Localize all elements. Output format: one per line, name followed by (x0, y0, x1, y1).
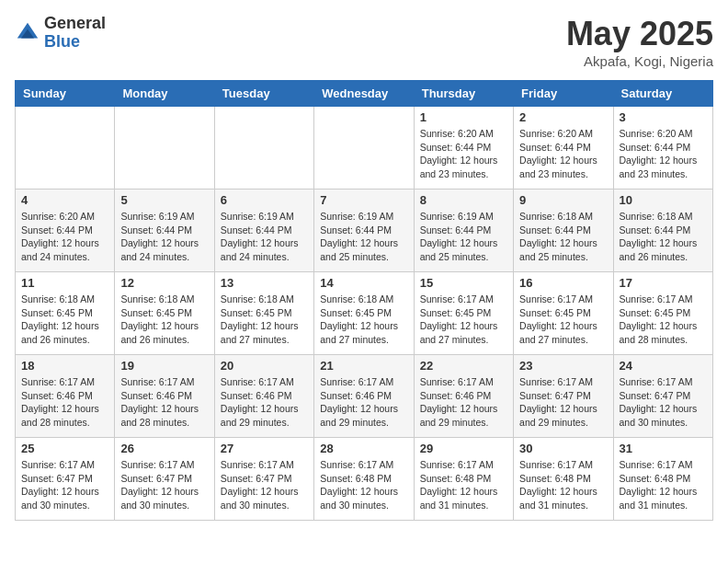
calendar-cell (16, 107, 115, 190)
calendar-cell: 27Sunrise: 6:17 AM Sunset: 6:47 PM Dayli… (214, 438, 313, 521)
day-info: Sunrise: 6:17 AM Sunset: 6:45 PM Dayligh… (519, 293, 607, 347)
calendar-cell: 5Sunrise: 6:19 AM Sunset: 6:44 PM Daylig… (115, 190, 214, 272)
day-number: 18 (21, 359, 108, 373)
calendar-cell: 22Sunrise: 6:17 AM Sunset: 6:46 PM Dayli… (414, 355, 513, 438)
day-info: Sunrise: 6:20 AM Sunset: 6:44 PM Dayligh… (519, 127, 607, 181)
calendar-week-3: 11Sunrise: 6:18 AM Sunset: 6:45 PM Dayli… (16, 272, 713, 355)
calendar-cell: 28Sunrise: 6:17 AM Sunset: 6:48 PM Dayli… (314, 438, 414, 521)
calendar-cell: 20Sunrise: 6:17 AM Sunset: 6:46 PM Dayli… (214, 355, 313, 438)
day-number: 13 (221, 276, 308, 290)
calendar-cell: 30Sunrise: 6:17 AM Sunset: 6:48 PM Dayli… (514, 438, 613, 521)
calendar-cell: 13Sunrise: 6:18 AM Sunset: 6:45 PM Dayli… (214, 272, 313, 355)
logo-icon (15, 20, 40, 46)
calendar-cell: 16Sunrise: 6:17 AM Sunset: 6:45 PM Dayli… (514, 272, 613, 355)
day-number: 27 (221, 442, 308, 455)
header-day-sunday: Sunday (16, 81, 115, 107)
calendar-week-2: 4Sunrise: 6:20 AM Sunset: 6:44 PM Daylig… (16, 190, 713, 272)
calendar-cell: 4Sunrise: 6:20 AM Sunset: 6:44 PM Daylig… (16, 190, 115, 272)
day-number: 8 (420, 193, 507, 207)
day-number: 5 (120, 193, 208, 207)
calendar-cell: 19Sunrise: 6:17 AM Sunset: 6:46 PM Dayli… (115, 355, 214, 438)
day-info: Sunrise: 6:18 AM Sunset: 6:45 PM Dayligh… (21, 293, 108, 347)
day-number: 1 (420, 110, 507, 124)
day-number: 16 (519, 276, 607, 290)
header-day-thursday: Thursday (414, 81, 513, 107)
calendar-week-4: 18Sunrise: 6:17 AM Sunset: 6:46 PM Dayli… (16, 355, 713, 438)
day-number: 11 (21, 276, 108, 290)
title-block: May 2025 Akpafa, Kogi, Nigeria (566, 15, 713, 69)
calendar-cell: 3Sunrise: 6:20 AM Sunset: 6:44 PM Daylig… (613, 107, 712, 190)
day-info: Sunrise: 6:18 AM Sunset: 6:45 PM Dayligh… (221, 293, 308, 347)
day-number: 25 (21, 442, 108, 455)
day-number: 23 (519, 359, 607, 373)
day-info: Sunrise: 6:17 AM Sunset: 6:46 PM Dayligh… (221, 375, 308, 430)
day-number: 6 (221, 193, 308, 207)
day-info: Sunrise: 6:19 AM Sunset: 6:44 PM Dayligh… (221, 210, 308, 264)
calendar-cell (214, 107, 313, 190)
calendar-cell: 25Sunrise: 6:17 AM Sunset: 6:47 PM Dayli… (16, 438, 115, 521)
day-number: 29 (420, 442, 507, 455)
day-info: Sunrise: 6:19 AM Sunset: 6:44 PM Dayligh… (420, 210, 507, 264)
day-number: 15 (420, 276, 507, 290)
calendar-cell (314, 107, 414, 190)
day-info: Sunrise: 6:18 AM Sunset: 6:44 PM Dayligh… (620, 210, 707, 264)
calendar-cell: 23Sunrise: 6:17 AM Sunset: 6:47 PM Dayli… (514, 355, 613, 438)
day-info: Sunrise: 6:18 AM Sunset: 6:45 PM Dayligh… (320, 293, 407, 347)
calendar-cell: 24Sunrise: 6:17 AM Sunset: 6:47 PM Dayli… (613, 355, 712, 438)
header-day-monday: Monday (115, 81, 214, 107)
calendar-table: SundayMondayTuesdayWednesdayThursdayFrid… (15, 80, 713, 521)
calendar-cell: 6Sunrise: 6:19 AM Sunset: 6:44 PM Daylig… (214, 190, 313, 272)
day-number: 9 (519, 193, 607, 207)
day-info: Sunrise: 6:20 AM Sunset: 6:44 PM Dayligh… (620, 127, 707, 181)
logo-text: General Blue (44, 15, 106, 52)
day-info: Sunrise: 6:20 AM Sunset: 6:44 PM Dayligh… (21, 210, 108, 264)
day-info: Sunrise: 6:18 AM Sunset: 6:45 PM Dayligh… (120, 293, 208, 347)
calendar-location: Akpafa, Kogi, Nigeria (566, 53, 713, 69)
logo: General Blue (15, 15, 106, 52)
day-number: 26 (120, 442, 208, 455)
calendar-cell: 31Sunrise: 6:17 AM Sunset: 6:48 PM Dayli… (613, 438, 712, 521)
day-info: Sunrise: 6:17 AM Sunset: 6:46 PM Dayligh… (420, 375, 507, 430)
day-number: 17 (620, 276, 707, 290)
day-info: Sunrise: 6:17 AM Sunset: 6:48 PM Dayligh… (320, 458, 407, 512)
calendar-cell: 14Sunrise: 6:18 AM Sunset: 6:45 PM Dayli… (314, 272, 414, 355)
day-info: Sunrise: 6:19 AM Sunset: 6:44 PM Dayligh… (120, 210, 208, 264)
day-number: 22 (420, 359, 507, 373)
day-number: 30 (519, 442, 607, 455)
calendar-cell: 8Sunrise: 6:19 AM Sunset: 6:44 PM Daylig… (414, 190, 513, 272)
day-info: Sunrise: 6:17 AM Sunset: 6:47 PM Dayligh… (21, 458, 108, 512)
calendar-cell: 1Sunrise: 6:20 AM Sunset: 6:44 PM Daylig… (414, 107, 513, 190)
calendar-title: May 2025 (566, 15, 713, 53)
day-info: Sunrise: 6:17 AM Sunset: 6:46 PM Dayligh… (21, 375, 108, 430)
day-info: Sunrise: 6:17 AM Sunset: 6:48 PM Dayligh… (420, 458, 507, 512)
calendar-cell: 2Sunrise: 6:20 AM Sunset: 6:44 PM Daylig… (514, 107, 613, 190)
calendar-week-5: 25Sunrise: 6:17 AM Sunset: 6:47 PM Dayli… (16, 438, 713, 521)
day-number: 24 (620, 359, 707, 373)
day-number: 20 (221, 359, 308, 373)
calendar-cell: 7Sunrise: 6:19 AM Sunset: 6:44 PM Daylig… (314, 190, 414, 272)
day-info: Sunrise: 6:17 AM Sunset: 6:48 PM Dayligh… (519, 458, 607, 512)
header-row: SundayMondayTuesdayWednesdayThursdayFrid… (16, 81, 713, 107)
day-info: Sunrise: 6:17 AM Sunset: 6:47 PM Dayligh… (120, 458, 208, 512)
page-header: General Blue May 2025 Akpafa, Kogi, Nige… (15, 15, 713, 69)
calendar-cell: 15Sunrise: 6:17 AM Sunset: 6:45 PM Dayli… (414, 272, 513, 355)
day-info: Sunrise: 6:17 AM Sunset: 6:47 PM Dayligh… (519, 375, 607, 430)
calendar-cell: 9Sunrise: 6:18 AM Sunset: 6:44 PM Daylig… (514, 190, 613, 272)
header-day-wednesday: Wednesday (314, 81, 414, 107)
day-number: 7 (320, 193, 407, 207)
day-number: 28 (320, 442, 407, 455)
day-info: Sunrise: 6:17 AM Sunset: 6:46 PM Dayligh… (320, 375, 407, 430)
day-number: 12 (120, 276, 208, 290)
calendar-cell (115, 107, 214, 190)
header-day-friday: Friday (514, 81, 613, 107)
calendar-cell: 10Sunrise: 6:18 AM Sunset: 6:44 PM Dayli… (613, 190, 712, 272)
calendar-cell: 26Sunrise: 6:17 AM Sunset: 6:47 PM Dayli… (115, 438, 214, 521)
day-info: Sunrise: 6:20 AM Sunset: 6:44 PM Dayligh… (420, 127, 507, 181)
day-info: Sunrise: 6:18 AM Sunset: 6:44 PM Dayligh… (519, 210, 607, 264)
calendar-cell: 18Sunrise: 6:17 AM Sunset: 6:46 PM Dayli… (16, 355, 115, 438)
day-number: 19 (120, 359, 208, 373)
header-day-tuesday: Tuesday (214, 81, 313, 107)
day-info: Sunrise: 6:17 AM Sunset: 6:47 PM Dayligh… (620, 375, 707, 430)
calendar-cell: 11Sunrise: 6:18 AM Sunset: 6:45 PM Dayli… (16, 272, 115, 355)
calendar-cell: 21Sunrise: 6:17 AM Sunset: 6:46 PM Dayli… (314, 355, 414, 438)
